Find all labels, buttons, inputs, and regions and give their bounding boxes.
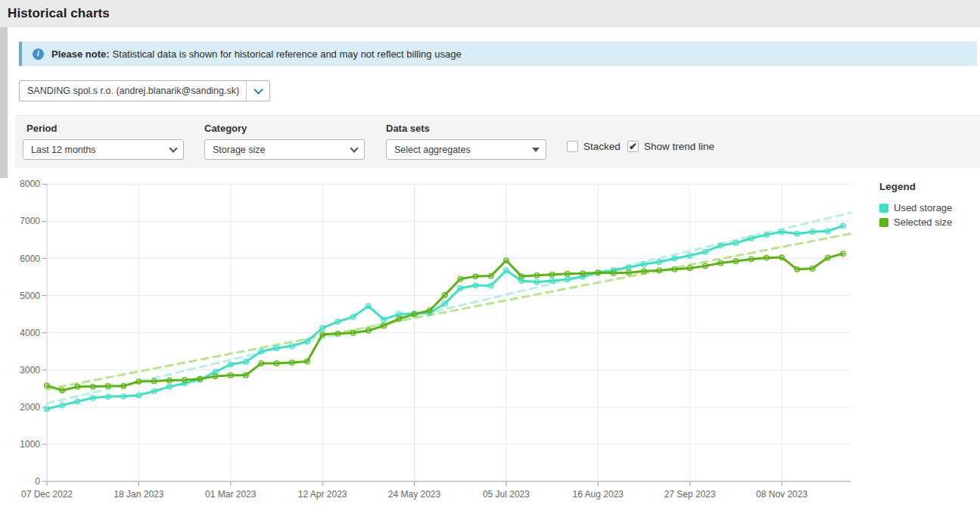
svg-text:3000: 3000 bbox=[20, 365, 40, 375]
svg-text:0: 0 bbox=[35, 476, 40, 487]
legend-title: Legend bbox=[879, 181, 952, 192]
svg-text:16 Aug 2023: 16 Aug 2023 bbox=[573, 489, 624, 500]
chevron-down-icon bbox=[163, 148, 183, 151]
category-label: Category bbox=[204, 123, 247, 134]
period-label: Period bbox=[26, 123, 57, 134]
svg-text:08 Nov 2023: 08 Nov 2023 bbox=[756, 489, 807, 500]
svg-text:4000: 4000 bbox=[20, 328, 40, 338]
category-select[interactable]: Storage size bbox=[204, 139, 365, 160]
page-title: Historical charts bbox=[8, 6, 110, 21]
svg-text:6000: 6000 bbox=[20, 254, 40, 264]
svg-text:8000: 8000 bbox=[20, 179, 40, 189]
svg-text:2000: 2000 bbox=[20, 402, 40, 413]
page-header: Historical charts bbox=[0, 0, 980, 27]
checkmark-icon: ✔ bbox=[629, 142, 637, 151]
legend-item-used-storage: Used storage bbox=[879, 201, 952, 215]
chevron-down-icon bbox=[254, 85, 263, 95]
svg-text:05 Jul 2023: 05 Jul 2023 bbox=[483, 489, 530, 500]
chevron-down-icon bbox=[344, 148, 364, 151]
used-storage-swatch-icon bbox=[879, 204, 888, 213]
legend-item-label: Selected size bbox=[894, 216, 952, 228]
historical-chart: 01000200030004000500060007000800007 Dec … bbox=[0, 178, 859, 517]
account-select-value: SANDING spol.s r.o. (andrej.blanarik@san… bbox=[20, 86, 246, 96]
datasets-label: Data sets bbox=[386, 123, 430, 134]
account-select[interactable]: SANDING spol.s r.o. (andrej.blanarik@san… bbox=[19, 80, 270, 101]
svg-text:27 Sep 2023: 27 Sep 2023 bbox=[664, 489, 716, 500]
account-select-caret-zone[interactable] bbox=[246, 81, 269, 101]
datasets-select-value: Select aggregates bbox=[387, 145, 526, 155]
left-gutter bbox=[0, 27, 8, 178]
period-select[interactable]: Last 12 months bbox=[23, 139, 184, 160]
svg-text:5000: 5000 bbox=[20, 291, 40, 301]
datasets-select[interactable]: Select aggregates bbox=[386, 139, 546, 160]
trendline-label: Show trend line bbox=[644, 141, 714, 152]
stacked-checkbox-row[interactable]: Stacked bbox=[567, 141, 621, 152]
svg-text:01 Mar 2023: 01 Mar 2023 bbox=[205, 489, 257, 500]
trendline-checkbox-row[interactable]: ✔ Show trend line bbox=[627, 141, 714, 152]
info-icon: i bbox=[33, 48, 44, 60]
chart-legend: Legend Used storage Selected size bbox=[879, 181, 952, 229]
svg-text:07 Dec 2022: 07 Dec 2022 bbox=[21, 489, 73, 500]
caret-down-icon bbox=[526, 148, 546, 152]
notice-text: Please note:Statistical data is shown fo… bbox=[51, 48, 462, 60]
stacked-checkbox[interactable] bbox=[567, 141, 578, 152]
svg-text:24 May 2023: 24 May 2023 bbox=[388, 489, 441, 500]
selected-size-swatch-icon bbox=[879, 218, 888, 227]
legend-item-label: Used storage bbox=[894, 202, 952, 213]
period-select-value: Last 12 months bbox=[23, 145, 163, 155]
stacked-label: Stacked bbox=[583, 141, 621, 152]
svg-text:7000: 7000 bbox=[20, 216, 40, 226]
filter-bar: Period Last 12 months Category Storage s… bbox=[15, 115, 980, 168]
notice-bold: Please note: bbox=[51, 48, 110, 60]
svg-text:12 Apr 2023: 12 Apr 2023 bbox=[298, 489, 347, 500]
notice-banner: i Please note:Statistical data is shown … bbox=[19, 42, 977, 66]
legend-item-selected-size: Selected size bbox=[879, 215, 952, 229]
trendline-checkbox[interactable]: ✔ bbox=[627, 141, 639, 152]
svg-text:18 Jan 2023: 18 Jan 2023 bbox=[114, 489, 163, 500]
svg-text:1000: 1000 bbox=[20, 439, 40, 450]
category-select-value: Storage size bbox=[205, 145, 344, 155]
